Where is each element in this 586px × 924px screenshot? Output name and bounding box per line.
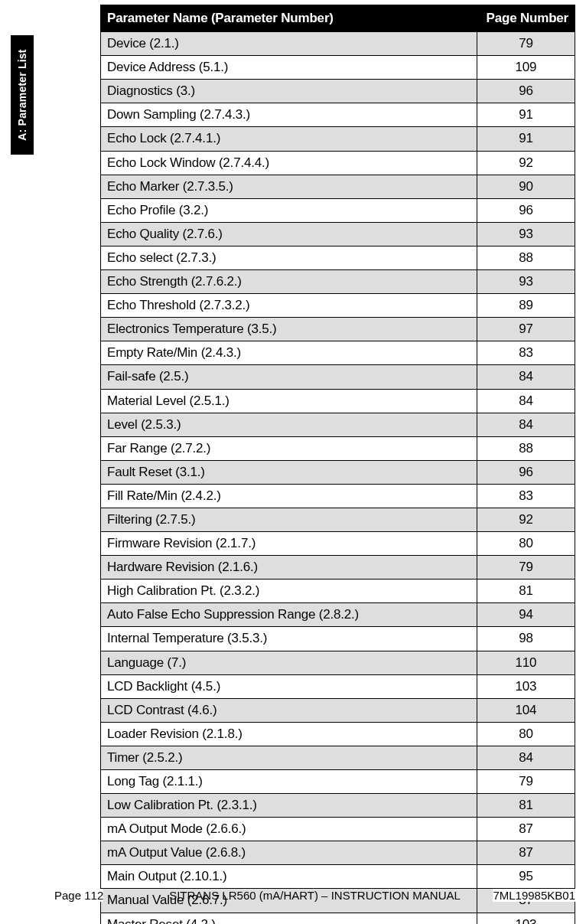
cell-parameter-name: Timer (2.5.2.) bbox=[101, 746, 477, 769]
table-row: Echo Lock (2.7.4.1.)91 bbox=[101, 127, 575, 151]
table-row: Down Sampling (2.7.4.3.)91 bbox=[101, 103, 575, 127]
table-row: Filtering (2.7.5.)92 bbox=[101, 508, 575, 531]
cell-parameter-name: mA Output Mode (2.6.6.) bbox=[101, 818, 477, 841]
table-row: Echo Lock Window (2.7.4.4.)92 bbox=[101, 151, 575, 175]
cell-page-number: 104 bbox=[477, 698, 575, 722]
cell-page-number: 83 bbox=[477, 341, 575, 365]
cell-parameter-name: Far Range (2.7.2.) bbox=[101, 436, 477, 460]
cell-parameter-name: Echo Threshold (2.7.3.2.) bbox=[101, 294, 477, 318]
cell-page-number: 84 bbox=[477, 413, 575, 436]
cell-parameter-name: Down Sampling (2.7.4.3.) bbox=[101, 103, 477, 127]
cell-page-number: 96 bbox=[477, 460, 575, 484]
cell-parameter-name: Echo Lock Window (2.7.4.4.) bbox=[101, 151, 477, 175]
table-row: Electronics Temperature (3.5.)97 bbox=[101, 318, 575, 341]
cell-parameter-name: Echo Profile (3.2.) bbox=[101, 198, 477, 222]
table-row: mA Output Value (2.6.8.)87 bbox=[101, 841, 575, 865]
table-row: Level (2.5.3.)84 bbox=[101, 413, 575, 436]
cell-parameter-name: Fault Reset (3.1.) bbox=[101, 460, 477, 484]
cell-parameter-name: Hardware Revision (2.1.6.) bbox=[101, 556, 477, 580]
cell-page-number: 80 bbox=[477, 722, 575, 746]
table-row: Timer (2.5.2.)84 bbox=[101, 746, 575, 769]
cell-parameter-name: Echo Quality (2.7.6.) bbox=[101, 222, 477, 246]
cell-page-number: 88 bbox=[477, 436, 575, 460]
table-row: Hardware Revision (2.1.6.)79 bbox=[101, 556, 575, 580]
table-row: Device Address (5.1.)109 bbox=[101, 56, 575, 80]
parameter-table: Parameter Name (Parameter Number) Page N… bbox=[100, 5, 575, 924]
cell-parameter-name: Electronics Temperature (3.5.) bbox=[101, 318, 477, 341]
cell-parameter-name: Material Level (2.5.1.) bbox=[101, 389, 477, 413]
table-header-row: Parameter Name (Parameter Number) Page N… bbox=[101, 5, 575, 32]
cell-page-number: 96 bbox=[477, 80, 575, 103]
cell-page-number: 89 bbox=[477, 294, 575, 318]
table-row: Master Reset (4.2.)103 bbox=[101, 913, 575, 924]
cell-page-number: 90 bbox=[477, 175, 575, 198]
cell-page-number: 81 bbox=[477, 794, 575, 818]
table-row: Main Output (2.10.1.)95 bbox=[101, 865, 575, 889]
cell-page-number: 109 bbox=[477, 56, 575, 80]
cell-parameter-name: Filtering (2.7.5.) bbox=[101, 508, 477, 531]
cell-parameter-name: Level (2.5.3.) bbox=[101, 413, 477, 436]
cell-page-number: 83 bbox=[477, 484, 575, 508]
cell-parameter-name: Device (2.1.) bbox=[101, 32, 477, 56]
cell-parameter-name: Auto False Echo Suppression Range (2.8.2… bbox=[101, 603, 477, 627]
cell-parameter-name: Master Reset (4.2.) bbox=[101, 913, 477, 924]
table-row: Far Range (2.7.2.)88 bbox=[101, 436, 575, 460]
col-header-name: Parameter Name (Parameter Number) bbox=[101, 5, 477, 32]
cell-page-number: 80 bbox=[477, 532, 575, 556]
table-row: High Calibration Pt. (2.3.2.)81 bbox=[101, 580, 575, 603]
cell-page-number: 103 bbox=[477, 913, 575, 924]
table-row: Empty Rate/Min (2.4.3.)83 bbox=[101, 341, 575, 365]
table-row: Fill Rate/Min (2.4.2.)83 bbox=[101, 484, 575, 508]
cell-parameter-name: LCD Backlight (4.5.) bbox=[101, 674, 477, 698]
cell-parameter-name: Diagnostics (3.) bbox=[101, 80, 477, 103]
cell-page-number: 91 bbox=[477, 103, 575, 127]
cell-page-number: 103 bbox=[477, 674, 575, 698]
cell-parameter-name: Language (7.) bbox=[101, 651, 477, 674]
footer-page-number: Page 112 bbox=[54, 889, 103, 902]
cell-parameter-name: Low Calibration Pt. (2.3.1.) bbox=[101, 794, 477, 818]
cell-page-number: 95 bbox=[477, 865, 575, 889]
cell-page-number: 87 bbox=[477, 818, 575, 841]
cell-parameter-name: Long Tag (2.1.1.) bbox=[101, 770, 477, 794]
table-row: Loader Revision (2.1.8.)80 bbox=[101, 722, 575, 746]
cell-page-number: 88 bbox=[477, 246, 575, 269]
cell-parameter-name: Firmware Revision (2.1.7.) bbox=[101, 532, 477, 556]
table-row: mA Output Mode (2.6.6.)87 bbox=[101, 818, 575, 841]
cell-page-number: 79 bbox=[477, 770, 575, 794]
cell-page-number: 110 bbox=[477, 651, 575, 674]
table-row: Long Tag (2.1.1.)79 bbox=[101, 770, 575, 794]
table-row: Echo Quality (2.7.6.)93 bbox=[101, 222, 575, 246]
cell-parameter-name: High Calibration Pt. (2.3.2.) bbox=[101, 580, 477, 603]
table-row: Material Level (2.5.1.)84 bbox=[101, 389, 575, 413]
table-row: Internal Temperature (3.5.3.)98 bbox=[101, 627, 575, 651]
table-row: Auto False Echo Suppression Range (2.8.2… bbox=[101, 603, 575, 627]
cell-page-number: 84 bbox=[477, 389, 575, 413]
cell-parameter-name: Echo select (2.7.3.) bbox=[101, 246, 477, 269]
table-row: Echo Profile (3.2.)96 bbox=[101, 198, 575, 222]
cell-page-number: 94 bbox=[477, 603, 575, 627]
table-row: Language (7.)110 bbox=[101, 651, 575, 674]
cell-parameter-name: LCD Contrast (4.6.) bbox=[101, 698, 477, 722]
table-row: LCD Contrast (4.6.)104 bbox=[101, 698, 575, 722]
cell-page-number: 79 bbox=[477, 32, 575, 56]
table-row: Fail-safe (2.5.)84 bbox=[101, 365, 575, 389]
cell-page-number: 92 bbox=[477, 508, 575, 531]
footer-doc-number: 7ML19985KB01 bbox=[493, 889, 575, 902]
table-row: Echo Threshold (2.7.3.2.)89 bbox=[101, 294, 575, 318]
cell-page-number: 84 bbox=[477, 746, 575, 769]
side-tab-label: A: Parameter List bbox=[16, 49, 28, 140]
table-row: Low Calibration Pt. (2.3.1.)81 bbox=[101, 794, 575, 818]
cell-parameter-name: Echo Marker (2.7.3.5.) bbox=[101, 175, 477, 198]
cell-page-number: 96 bbox=[477, 198, 575, 222]
cell-page-number: 97 bbox=[477, 318, 575, 341]
cell-parameter-name: Fail-safe (2.5.) bbox=[101, 365, 477, 389]
cell-parameter-name: Empty Rate/Min (2.4.3.) bbox=[101, 341, 477, 365]
cell-page-number: 79 bbox=[477, 556, 575, 580]
table-row: Echo Marker (2.7.3.5.)90 bbox=[101, 175, 575, 198]
table-row: Fault Reset (3.1.)96 bbox=[101, 460, 575, 484]
side-tab: A: Parameter List bbox=[11, 35, 34, 155]
table-row: Echo Strength (2.7.6.2.)93 bbox=[101, 270, 575, 294]
cell-page-number: 81 bbox=[477, 580, 575, 603]
col-header-page: Page Number bbox=[477, 5, 575, 32]
cell-parameter-name: Echo Lock (2.7.4.1.) bbox=[101, 127, 477, 151]
